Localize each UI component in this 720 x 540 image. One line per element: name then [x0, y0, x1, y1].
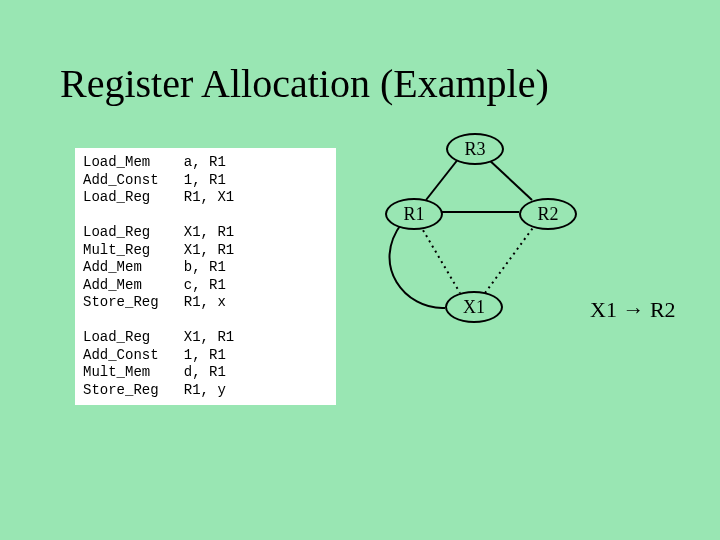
- svg-line-0: [426, 158, 459, 200]
- graph-node-r1: R1: [385, 198, 443, 230]
- graph-node-x1: X1: [445, 291, 503, 323]
- code-listing: Load_Mem a, R1 Add_Const 1, R1 Load_Reg …: [75, 148, 336, 405]
- svg-line-3: [485, 225, 535, 293]
- graph-assignment: X1 → R2: [590, 297, 676, 323]
- svg-line-1: [487, 158, 532, 200]
- svg-line-4: [420, 225, 460, 293]
- slide-title: Register Allocation (Example): [60, 60, 549, 107]
- graph-node-r3: R3: [446, 133, 504, 165]
- interference-graph: R3 R1 R2 X1 X1 → R2: [350, 125, 690, 385]
- graph-node-r2: R2: [519, 198, 577, 230]
